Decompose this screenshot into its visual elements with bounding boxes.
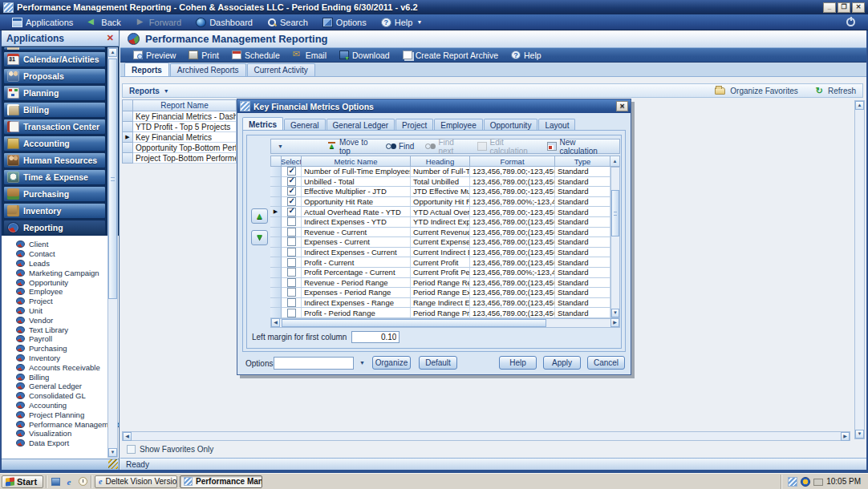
tree-item-inventory[interactable]: Inventory bbox=[16, 354, 106, 363]
type-cell[interactable]: Standard bbox=[555, 207, 610, 217]
quicklaunch-browser-icon[interactable]: e bbox=[63, 476, 75, 487]
grid-column-type[interactable]: Type bbox=[555, 156, 610, 167]
metric-row[interactable]: Profit - Period Range Period Range Profi… bbox=[270, 308, 620, 318]
metric-row[interactable]: Revenue - Period Range Period Range Reve… bbox=[270, 278, 620, 289]
grid-column-heading[interactable]: Heading bbox=[411, 156, 470, 167]
tree-item-accounting[interactable]: Accounting bbox=[16, 401, 106, 410]
select-checkbox[interactable] bbox=[287, 217, 296, 226]
sidebar-close-icon[interactable]: ✕ bbox=[107, 33, 114, 43]
tree-item-project[interactable]: Project bbox=[16, 297, 106, 306]
tab-reports[interactable]: Reports bbox=[124, 63, 169, 76]
select-cell[interactable] bbox=[282, 237, 302, 248]
toolbar-create-report-archive[interactable]: Create Report Archive bbox=[396, 48, 505, 62]
select-cell[interactable] bbox=[282, 278, 302, 289]
quicklaunch-clock-icon[interactable] bbox=[77, 476, 88, 487]
metric-row[interactable]: Profit Percentage - Current Current Prof… bbox=[270, 268, 620, 278]
metric-row[interactable]: Indirect Expenses - Current Current Indi… bbox=[270, 248, 620, 258]
start-button[interactable]: Start bbox=[2, 475, 43, 488]
dialog-tab-opportunity[interactable]: Opportunity bbox=[484, 119, 538, 131]
metric-name-cell[interactable]: Expenses - Period Range bbox=[302, 288, 411, 298]
dialog-close-icon[interactable]: ✕ bbox=[616, 101, 628, 111]
tree-item-payroll[interactable]: Payroll bbox=[16, 334, 106, 344]
menu-options[interactable]: Options bbox=[315, 14, 374, 30]
format-cell[interactable]: 123,456,789.00;(123,456,789. bbox=[470, 257, 555, 268]
metric-name-cell[interactable]: Expenses - Current bbox=[302, 237, 411, 248]
quicklaunch-window-icon[interactable] bbox=[50, 476, 61, 487]
tree-item-client[interactable]: Client bbox=[16, 240, 106, 249]
select-cell[interactable] bbox=[282, 187, 302, 197]
dialog-tab-layout[interactable]: Layout bbox=[538, 119, 575, 131]
metric-row[interactable]: Expenses - Period Range Period Range Exp… bbox=[270, 288, 620, 298]
panel-horizontal-scrollbar[interactable]: ◀ ▶ bbox=[122, 431, 850, 441]
report-row[interactable]: ▶ Key Financial Metrics bbox=[122, 132, 237, 143]
select-checkbox[interactable] bbox=[287, 237, 296, 246]
heading-cell[interactable]: Period Range Expen bbox=[411, 288, 470, 298]
select-cell[interactable] bbox=[282, 207, 302, 217]
options-input[interactable] bbox=[274, 357, 354, 370]
tray-shield-icon[interactable] bbox=[801, 477, 810, 487]
module-proposals[interactable]: Proposals bbox=[3, 68, 106, 84]
select-cell[interactable] bbox=[282, 228, 302, 238]
heading-cell[interactable]: Period Range Profit bbox=[411, 308, 470, 318]
heading-cell[interactable]: Period Range Reven bbox=[411, 278, 470, 289]
minimize-button[interactable]: _ bbox=[823, 2, 836, 13]
type-cell[interactable]: Standard bbox=[555, 278, 610, 289]
grid-column-select[interactable]: Select bbox=[282, 156, 302, 167]
select-checkbox[interactable] bbox=[287, 228, 296, 236]
scroll-thumb[interactable] bbox=[108, 59, 117, 299]
menu-back[interactable]: Back bbox=[80, 14, 128, 30]
metric-name-cell[interactable]: Profit Percentage - Current bbox=[302, 268, 411, 278]
maximize-button[interactable]: ❐ bbox=[838, 2, 850, 13]
tab-current-activity[interactable]: Current Activity bbox=[247, 63, 315, 76]
select-cell[interactable] bbox=[282, 298, 302, 309]
dialog-tab-general[interactable]: General bbox=[284, 119, 326, 131]
type-cell[interactable]: Standard bbox=[555, 237, 610, 248]
scroll-left-icon[interactable]: ◀ bbox=[271, 318, 280, 327]
metric-row[interactable]: Indirect Expenses - Range Range Indirect… bbox=[270, 298, 620, 309]
tree-item-consolidated-gl[interactable]: Consolidated GL bbox=[16, 391, 106, 401]
grid-new-calculation[interactable]: New calculation bbox=[541, 138, 613, 156]
select-cell[interactable] bbox=[282, 217, 302, 228]
metric-name-cell[interactable]: Unbilled - Total bbox=[302, 177, 411, 188]
heading-cell[interactable]: Current Profit bbox=[411, 257, 470, 268]
metric-name-cell[interactable]: Indirect Expenses - Current bbox=[302, 248, 411, 258]
reports-group-button[interactable]: Reports ▼ bbox=[129, 87, 169, 95]
tree-item-contact[interactable]: Contact bbox=[16, 249, 106, 259]
select-cell[interactable] bbox=[282, 268, 302, 278]
select-checkbox[interactable] bbox=[287, 298, 296, 307]
power-logoff-icon[interactable] bbox=[846, 18, 855, 26]
select-cell[interactable] bbox=[282, 177, 302, 188]
resize-grip-icon[interactable] bbox=[108, 459, 118, 469]
type-cell[interactable]: Standard bbox=[555, 187, 610, 197]
metric-row[interactable]: Profit - Current Current Profit 123,456,… bbox=[270, 257, 620, 268]
tree-item-leads[interactable]: Leads bbox=[16, 259, 106, 269]
select-checkbox[interactable] bbox=[287, 167, 296, 176]
metric-name-cell[interactable]: Effective Multiplier - JTD bbox=[302, 187, 411, 197]
type-cell[interactable]: Standard bbox=[555, 177, 610, 188]
grid-find[interactable]: Find bbox=[380, 142, 420, 151]
organize-button[interactable]: Organize bbox=[372, 356, 411, 370]
toolbar-schedule[interactable]: Schedule bbox=[225, 48, 286, 62]
metric-name-cell[interactable]: Profit - Period Range bbox=[302, 308, 411, 318]
select-cell[interactable] bbox=[282, 257, 302, 268]
dialog-titlebar[interactable]: Key Financial Metrics Options ✕ bbox=[237, 99, 631, 113]
grid-column-format[interactable]: Format bbox=[470, 156, 555, 167]
module-reporting[interactable]: Reporting bbox=[3, 220, 106, 236]
format-cell[interactable]: 123,456,789.00;(123,456,789. bbox=[470, 228, 555, 238]
task-performance-manage[interactable]: Performance Manage... bbox=[180, 475, 262, 488]
toolbar-preview[interactable]: Preview bbox=[127, 48, 182, 62]
grid-vertical-scrollbar[interactable]: ▼ bbox=[610, 167, 620, 318]
tree-item-performance-management[interactable]: Performance Management bbox=[16, 419, 106, 429]
heading-cell[interactable]: Current Profit Perce bbox=[411, 268, 470, 278]
scroll-left-icon[interactable]: ◀ bbox=[123, 432, 132, 441]
heading-cell[interactable]: Range Indirect Expe bbox=[411, 298, 470, 309]
metric-row[interactable]: Unbilled - Total Total Unbilled 123,456,… bbox=[270, 177, 620, 188]
select-checkbox[interactable] bbox=[287, 248, 296, 257]
tree-item-marketing-campaign[interactable]: Marketing Campaign bbox=[16, 268, 106, 277]
module-time-expense[interactable]: Time & Expense bbox=[3, 169, 106, 185]
move-up-button[interactable]: ▲ bbox=[251, 208, 268, 224]
select-checkbox[interactable] bbox=[287, 197, 296, 206]
tree-item-opportunity[interactable]: Opportunity bbox=[16, 277, 106, 287]
options-dropdown-icon[interactable]: ▼ bbox=[359, 360, 365, 366]
scroll-down-icon[interactable]: ▼ bbox=[611, 309, 619, 317]
